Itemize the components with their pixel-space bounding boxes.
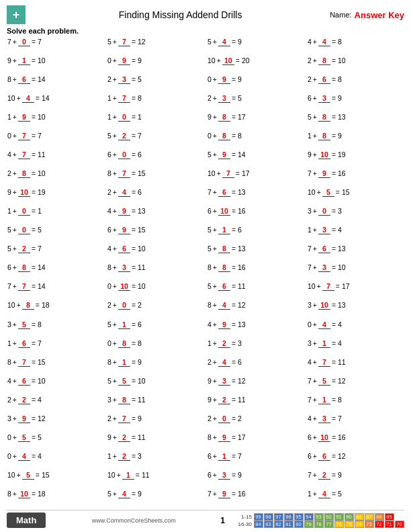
list-item: 4 + 7 = 11	[307, 357, 404, 375]
score-cell: 73	[365, 521, 374, 528]
list-item: 2 + 0 = 2	[207, 414, 304, 432]
score-cell: 75	[345, 521, 354, 528]
list-item: 8 + 1 = 9	[107, 357, 204, 375]
list-item: 0 + 4 = 4	[307, 320, 404, 338]
list-item: 6 + 6 = 12	[307, 451, 404, 470]
list-item: 2 + 4 = 6	[107, 187, 204, 206]
list-item: 0 + 9 = 9	[107, 56, 204, 74]
page-number: 1	[220, 516, 225, 525]
list-item: 9 + 3 = 12	[207, 376, 304, 394]
score-cell: 80	[294, 521, 304, 528]
score-cell: 93	[314, 513, 324, 521]
list-item: 1 + 0 = 1	[107, 112, 204, 130]
list-item: 1 + 4 = 5	[307, 489, 404, 507]
list-item: 4 + 4 = 8	[307, 37, 404, 55]
list-item: 3 + 5 = 8	[7, 320, 104, 338]
list-item: 2 + 8 = 10	[307, 56, 404, 74]
list-item: 9 + 10 = 19	[307, 150, 404, 168]
score-cell: 83	[264, 521, 273, 528]
list-item: 0 + 10 = 10	[107, 281, 204, 300]
score-cell: 70	[395, 521, 404, 528]
list-item: 1 + 2 = 3	[107, 451, 204, 470]
score-table: 1-15999897969594939291908887868516-30848…	[230, 513, 404, 528]
answer-key-label: Answer Key	[355, 10, 404, 20]
list-item: 0 + 7 = 7	[7, 131, 104, 149]
list-item: 10 + 4 = 14	[7, 93, 104, 112]
score-cell: 99	[254, 513, 263, 521]
score-cell: 78	[314, 521, 324, 528]
list-item: 5 + 4 = 9	[107, 489, 204, 507]
list-item: 10 + 1 = 11	[107, 470, 204, 488]
list-item: 2 + 0 = 2	[107, 300, 204, 318]
score-cell: 74	[355, 521, 364, 528]
score-cell: 77	[324, 521, 334, 528]
score-cell: 76	[334, 521, 344, 528]
list-item: 7 + 2 = 9	[307, 470, 404, 488]
list-item: 4 + 7 = 11	[7, 150, 104, 168]
score-row: 1-159998979695949392919088878685	[230, 513, 404, 521]
list-item: 10 + 5 = 15	[7, 470, 104, 488]
list-item: 6 + 1 = 7	[207, 451, 304, 470]
score-cell: 95	[294, 513, 304, 521]
list-item: 6 + 0 = 6	[107, 150, 204, 168]
list-item: 8 + 7 = 15	[7, 357, 104, 375]
list-item: 3 + 1 = 4	[307, 339, 404, 357]
logo: +	[7, 5, 26, 24]
list-item: 6 + 10 = 16	[207, 206, 304, 224]
list-item: 4 + 6 = 10	[107, 244, 204, 262]
list-item: 3 + 8 = 11	[107, 395, 204, 413]
list-item: 4 + 9 = 13	[207, 320, 304, 338]
list-item: 7 + 9 = 16	[207, 489, 304, 507]
score-cell: 82	[274, 521, 283, 528]
list-item: 10 + 7 = 17	[307, 281, 404, 300]
list-item: 5 + 2 = 7	[7, 244, 104, 262]
instructions: Solve each problem.	[7, 27, 404, 35]
list-item: 6 + 3 = 9	[307, 93, 404, 112]
list-item: 5 + 8 = 13	[307, 112, 404, 130]
list-item: 5 + 7 = 12	[107, 37, 204, 55]
list-item: 5 + 2 = 7	[107, 131, 204, 149]
list-item: 7 + 3 = 10	[307, 263, 404, 281]
list-item: 5 + 5 = 10	[107, 376, 204, 394]
score-cell: 85	[385, 513, 394, 521]
header-name-area: Name: Answer Key	[330, 10, 404, 20]
website: www.CommonCoreSheets.com	[52, 517, 215, 524]
list-item: 2 + 7 = 9	[107, 414, 204, 432]
list-item: 1 + 8 = 9	[307, 131, 404, 149]
list-item: 9 + 10 = 19	[7, 187, 104, 206]
list-item: 7 + 1 = 8	[307, 395, 404, 413]
list-item: 4 + 6 = 10	[7, 376, 104, 394]
score-cell: 98	[264, 513, 273, 521]
list-item: 7 + 7 = 14	[7, 281, 104, 300]
list-item: 7 + 5 = 12	[307, 376, 404, 394]
header: + Finding Missing Addend Drills Name: An…	[7, 5, 404, 24]
list-item: 9 + 2 = 11	[107, 433, 204, 451]
list-item: 7 + 0 = 7	[7, 37, 104, 55]
list-item: 0 + 5 = 5	[7, 433, 104, 451]
list-item: 9 + 1 = 10	[7, 56, 104, 74]
list-item: 8 + 10 = 18	[7, 489, 104, 507]
list-item: 9 + 2 = 11	[207, 395, 304, 413]
list-item: 3 + 0 = 3	[307, 206, 404, 224]
list-item: 8 + 3 = 11	[107, 263, 204, 281]
score-cell: 84	[254, 521, 263, 528]
score-cell: 92	[324, 513, 334, 521]
page: + Finding Missing Addend Drills Name: An…	[0, 0, 411, 532]
list-item: 10 + 8 = 18	[7, 300, 104, 318]
list-item: 6 + 3 = 9	[207, 470, 304, 488]
list-item: 8 + 4 = 12	[207, 300, 304, 318]
list-item: 5 + 1 = 6	[107, 320, 204, 338]
score-cell: 87	[365, 513, 374, 521]
list-item: 6 + 8 = 14	[7, 263, 104, 281]
list-item: 8 + 7 = 15	[107, 169, 204, 187]
list-item: 0 + 4 = 4	[7, 451, 104, 470]
list-item: 7 + 6 = 13	[207, 187, 304, 206]
list-item: 1 + 2 = 3	[207, 339, 304, 357]
list-item: 7 + 9 = 16	[307, 169, 404, 187]
list-item: 5 + 8 = 13	[207, 244, 304, 262]
list-item: 2 + 6 = 8	[307, 75, 404, 93]
list-item: 0 + 9 = 9	[207, 75, 304, 93]
score-cell: 86	[375, 513, 384, 521]
list-item: 3 + 9 = 12	[7, 414, 104, 432]
list-item: 7 + 6 = 13	[307, 244, 404, 262]
